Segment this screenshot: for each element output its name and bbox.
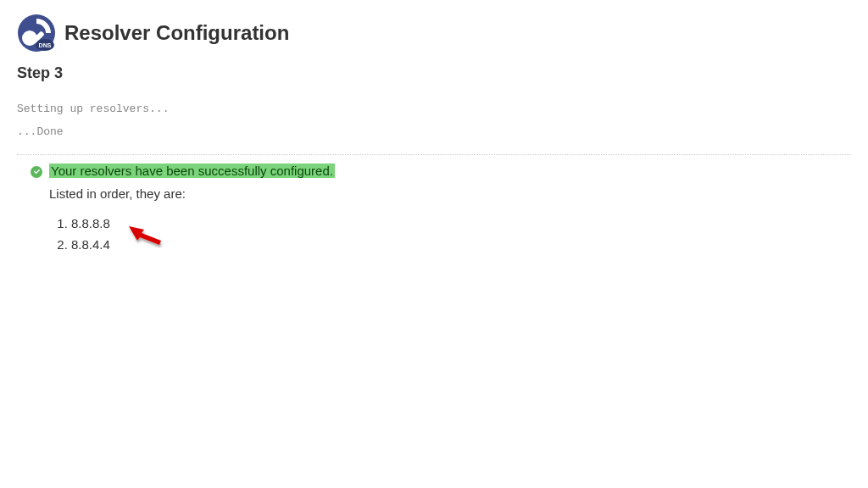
page-title: Resolver Configuration <box>64 21 289 45</box>
result-panel: Your resolvers have been successfully co… <box>0 155 868 256</box>
listed-label: Listed in order, they are: <box>49 186 851 201</box>
success-message: Your resolvers have been successfully co… <box>49 164 335 178</box>
list-item: 8.8.8.8 <box>71 213 851 235</box>
step-title: Step 3 <box>0 59 868 94</box>
console-output: Setting up resolvers... ...Done <box>0 94 868 154</box>
list-item: 8.8.4.4 <box>71 234 851 256</box>
resolver-list: 8.8.8.8 8.8.4.4 <box>71 213 851 256</box>
svg-text:DNS: DNS <box>39 42 52 48</box>
console-line: Setting up resolvers... <box>17 97 851 120</box>
check-icon <box>31 166 42 178</box>
page-header: DNS Resolver Configuration <box>0 0 868 59</box>
dns-logo-icon: DNS <box>17 14 56 53</box>
console-line: ...Done <box>17 120 851 143</box>
